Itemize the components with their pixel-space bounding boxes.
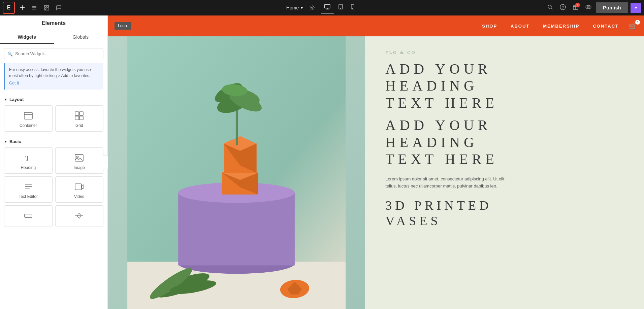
basic-widgets-grid: T Heading Image: [0, 147, 107, 231]
text-editor-label: Text Editor: [19, 194, 38, 199]
desktop-view-button[interactable]: [321, 2, 334, 13]
nav-about[interactable]: ABOUT: [511, 24, 529, 29]
divider-icon: [74, 211, 84, 220]
svg-point-10: [312, 7, 313, 8]
nav-shop[interactable]: SHOP: [482, 24, 497, 29]
cart-badge: 0: [635, 20, 640, 25]
hint-text: For easy access, favorite the widgets yo…: [9, 67, 91, 78]
svg-rect-7: [45, 6, 46, 7]
top-toolbar: E Home ▼: [0, 0, 644, 15]
text-editor-icon: [24, 182, 33, 192]
image-label: Image: [74, 165, 85, 170]
basic-section-header[interactable]: ▼ Basic: [0, 136, 107, 147]
svg-rect-37: [25, 214, 32, 217]
panel-collapse-button[interactable]: ‹: [103, 156, 108, 169]
widget-grid[interactable]: Grid: [55, 105, 104, 132]
add-element-button[interactable]: [18, 3, 27, 12]
svg-rect-51: [236, 109, 238, 145]
widget-image[interactable]: Image: [55, 147, 104, 174]
svg-rect-29: [79, 116, 83, 120]
layout-section-label: Layout: [9, 97, 24, 102]
widget-container[interactable]: Container: [4, 105, 53, 132]
svg-point-16: [548, 5, 551, 8]
layout-section-header[interactable]: ▼ Layout: [0, 94, 107, 105]
home-page-selector[interactable]: Home ▼: [286, 5, 303, 10]
widget-text-editor[interactable]: Text Editor: [4, 176, 53, 203]
svg-rect-43: [178, 193, 295, 265]
svg-rect-28: [75, 116, 79, 120]
plant-illustration: [108, 36, 365, 309]
panel-tabs: Widgets Globals: [0, 31, 107, 44]
grid-icon: [74, 111, 84, 121]
video-label: Video: [74, 194, 84, 199]
svg-point-13: [341, 8, 341, 9]
publish-dropdown-button[interactable]: ▼: [631, 3, 641, 13]
main-layout: Elements Widgets Globals 🔍 For easy acce…: [0, 15, 644, 309]
preview-button[interactable]: [583, 2, 593, 13]
hero-text-area: FLO & CO ADD YOUR HEADING TEXT HERE ADD …: [365, 36, 644, 309]
search-input[interactable]: [4, 48, 103, 59]
svg-rect-24: [24, 112, 32, 119]
svg-text:T: T: [25, 154, 29, 162]
elementor-logo[interactable]: E: [3, 2, 15, 14]
svg-point-22: [586, 5, 591, 9]
widget-button[interactable]: [4, 205, 53, 227]
search-icon: 🔍: [7, 51, 13, 56]
brand-label: FLO & CO: [385, 50, 631, 55]
toolbar-right: ? 1 Publish ▼: [545, 2, 641, 13]
hint-box: For easy access, favorite the widgets yo…: [4, 63, 103, 90]
svg-rect-8: [47, 6, 48, 7]
elements-panel: Elements Widgets Globals 🔍 For easy acce…: [0, 15, 108, 309]
nav-contact[interactable]: CONTACT: [593, 24, 619, 29]
svg-point-15: [352, 8, 353, 9]
heading-icon: T: [24, 153, 33, 163]
tablet-view-button[interactable]: [335, 2, 346, 13]
svg-point-32: [77, 156, 78, 158]
heading-label: Heading: [21, 165, 36, 170]
svg-point-4: [35, 7, 36, 8]
svg-rect-36: [75, 184, 82, 190]
nav-links: SHOP ABOUT MEMBERSHIP CONTACT: [482, 24, 619, 29]
bottom-heading: 3D PRINTED VASES: [385, 198, 631, 229]
got-it-link[interactable]: Got It: [9, 80, 19, 86]
svg-point-5: [34, 9, 35, 10]
search-widget-box: 🔍: [4, 48, 103, 59]
navigator-button[interactable]: [42, 3, 51, 12]
svg-text:?: ?: [562, 5, 564, 9]
button-icon: [24, 211, 33, 220]
publish-button[interactable]: Publish: [596, 2, 628, 13]
basic-arrow-icon: ▼: [4, 140, 7, 143]
canvas-area: Logo. SHOP ABOUT MEMBERSHIP CONTACT 🛒 0: [108, 15, 644, 309]
nav-membership[interactable]: MEMBERSHIP: [543, 24, 579, 29]
svg-rect-27: [79, 112, 83, 115]
site-logo: Logo.: [115, 22, 131, 30]
settings-button[interactable]: [30, 3, 39, 12]
container-icon: [24, 111, 33, 121]
widget-video[interactable]: Video: [55, 176, 104, 203]
layout-widgets-grid: Container Grid: [0, 105, 107, 136]
heading-2: ADD YOUR HEADING TEXT HERE: [385, 117, 631, 168]
help-button[interactable]: ?: [558, 2, 568, 13]
widget-divider[interactable]: [55, 205, 104, 227]
svg-point-3: [33, 6, 34, 7]
svg-rect-9: [45, 8, 46, 9]
heading-1: ADD YOUR HEADING TEXT HERE: [385, 61, 631, 111]
svg-rect-11: [325, 4, 330, 8]
hero-image-area: [108, 36, 365, 309]
site-nav: Logo. SHOP ABOUT MEMBERSHIP CONTACT 🛒 0: [108, 15, 644, 36]
svg-rect-26: [75, 112, 79, 115]
search-button[interactable]: [545, 2, 555, 13]
basic-section-label: Basic: [9, 139, 21, 144]
widget-heading[interactable]: T Heading: [4, 147, 53, 174]
gift-button[interactable]: 1: [571, 2, 581, 13]
layout-arrow-icon: ▼: [4, 98, 7, 101]
video-icon: [74, 182, 84, 192]
tab-globals[interactable]: Globals: [54, 31, 108, 44]
svg-point-23: [588, 6, 589, 8]
comments-button[interactable]: [54, 3, 63, 12]
panel-title: Elements: [0, 15, 107, 31]
cart-icon[interactable]: 🛒 0: [629, 22, 637, 30]
mobile-view-button[interactable]: [348, 2, 358, 13]
tab-widgets[interactable]: Widgets: [0, 31, 54, 44]
page-settings-button[interactable]: [308, 3, 317, 12]
